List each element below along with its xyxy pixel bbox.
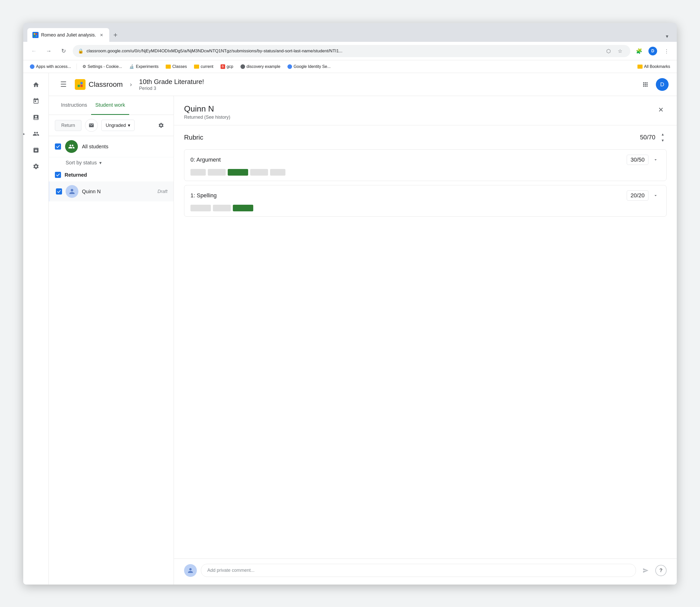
sidebar-item-assignments[interactable] <box>27 110 45 125</box>
help-button[interactable]: ? <box>655 565 666 576</box>
app-logo-icon <box>75 79 85 90</box>
bookmarks-bar: Apps with access... ⚙ Settings - Cookie.… <box>23 60 677 73</box>
criterion-argument-header: 0: Argument 30/50 <box>190 155 660 165</box>
bookmark-classes[interactable]: Classes <box>163 63 189 70</box>
close-button[interactable]: ✕ <box>655 104 666 116</box>
breadcrumb-arrow: › <box>130 81 132 88</box>
tab-favicon <box>33 32 39 38</box>
sidebar-people-wrapper: ▶ <box>23 126 48 141</box>
app-container: ▶ ☰ Classroom › 10t <box>23 73 677 585</box>
sort-row: Sort by status ▾ <box>49 157 173 168</box>
sidebar-item-home[interactable] <box>27 77 45 92</box>
all-students-checkbox[interactable] <box>55 144 61 150</box>
all-bookmarks[interactable]: All Bookmarks <box>635 63 673 70</box>
student-name: Quinn N <box>82 189 154 194</box>
grade-selector[interactable]: Ungraded ▾ <box>101 120 135 131</box>
sidebar-item-calendar[interactable] <box>27 93 45 109</box>
student-panel: Instructions Student work Return Ungrade… <box>49 96 174 585</box>
cast-icon[interactable]: ⬡ <box>603 46 614 56</box>
student-avatar <box>66 185 78 198</box>
profile-icon[interactable]: D <box>648 46 658 56</box>
score-up-button[interactable]: ▲ <box>659 131 666 137</box>
mail-icon[interactable] <box>85 119 98 132</box>
bar-s1[interactable] <box>190 205 211 211</box>
bar-5[interactable] <box>270 169 285 175</box>
criterion-spelling-score: 20/20 <box>627 190 648 201</box>
bookmark-gcp[interactable]: G gcp <box>218 63 236 70</box>
sidebar-item-settings[interactable] <box>27 159 45 174</box>
sort-arrow[interactable]: ▾ <box>99 160 102 166</box>
bookmark-apps[interactable]: Apps with access... <box>27 63 74 70</box>
tab-close-button[interactable]: ✕ <box>99 32 104 38</box>
hamburger-menu[interactable]: ☰ <box>57 78 70 91</box>
url-text: classroom.google.com/u/0/c/NjEyMDI4ODIxM… <box>86 48 600 54</box>
new-tab-button[interactable]: + <box>109 28 122 42</box>
returned-checkbox[interactable] <box>55 172 61 178</box>
bar-3[interactable] <box>228 169 248 175</box>
apps-grid-icon[interactable] <box>639 78 652 91</box>
group-icon <box>65 140 78 153</box>
section-label: Returned <box>65 172 87 178</box>
tab-student-work[interactable]: Student work <box>91 96 129 115</box>
bookmark-google-identity[interactable]: Google Identity Se... <box>285 63 333 70</box>
menu-dots-icon[interactable]: ⋮ <box>661 46 672 56</box>
svg-rect-1 <box>36 33 37 35</box>
active-tab[interactable]: Romeo and Juliet analysis. ✕ <box>27 28 109 42</box>
criterion-argument-expand[interactable] <box>651 155 660 164</box>
comment-input[interactable]: Add private comment... <box>201 564 636 577</box>
return-button[interactable]: Return <box>55 120 81 131</box>
svg-rect-5 <box>80 82 83 84</box>
rubric-score-stepper[interactable]: ▲ ▼ <box>659 131 666 143</box>
grade-label: Ungraded <box>106 123 126 128</box>
comment-section: Add private comment... ? <box>174 559 677 585</box>
criterion-argument-bars <box>190 169 660 175</box>
back-button[interactable]: ← <box>28 45 40 57</box>
tab-instructions[interactable]: Instructions <box>57 96 91 115</box>
content-area: Instructions Student work Return Ungrade… <box>49 96 677 585</box>
reload-button[interactable]: ↻ <box>58 45 69 57</box>
course-info: 10th Grade Literature! Period 3 <box>139 78 204 91</box>
bar-1[interactable] <box>190 169 206 175</box>
rubric-score: 50/70 <box>640 134 655 141</box>
criterion-spelling-name: 1: Spelling <box>190 192 627 199</box>
forward-button[interactable]: → <box>43 45 54 57</box>
criterion-argument: 0: Argument 30/50 <box>184 149 666 181</box>
svg-rect-3 <box>36 35 37 37</box>
bookmark-discovery[interactable]: discovery example <box>238 63 283 70</box>
detail-panel: Quinn N Returned (See history) ✕ Rubric … <box>174 96 677 585</box>
bookmark-experiments[interactable]: 🔬 Experiments <box>127 63 161 70</box>
student-status: Draft <box>158 189 167 194</box>
student-row[interactable]: Quinn N Draft <box>49 182 173 202</box>
svg-rect-6 <box>78 85 80 87</box>
commenter-avatar <box>184 564 197 577</box>
grade-dropdown-arrow: ▾ <box>128 123 130 128</box>
bar-4[interactable] <box>250 169 268 175</box>
bookmark-icon[interactable]: ☆ <box>615 46 625 56</box>
user-avatar[interactable]: D <box>656 78 668 91</box>
settings-icon[interactable] <box>155 119 167 132</box>
tab-menu-button[interactable]: ▾ <box>661 30 673 42</box>
url-bar[interactable]: 🔒 classroom.google.com/u/0/c/NjEyMDI4ODI… <box>73 45 630 57</box>
sidebar-item-people[interactable] <box>27 126 45 141</box>
send-button[interactable] <box>640 565 651 576</box>
bar-2[interactable] <box>208 169 226 175</box>
bar-s3[interactable] <box>233 205 253 211</box>
bar-s2[interactable] <box>213 205 231 211</box>
bookmark-current[interactable]: current <box>191 63 216 70</box>
all-students-row: All students <box>49 136 173 157</box>
extensions-icon[interactable]: 🧩 <box>634 46 644 56</box>
student-detail-name: Quinn N <box>184 104 230 113</box>
criterion-spelling: 1: Spelling 20/20 <box>184 185 666 217</box>
toolbar: Return Ungraded ▾ <box>49 115 173 136</box>
score-down-button[interactable]: ▼ <box>659 138 666 143</box>
sidebar-item-archive[interactable] <box>27 142 45 158</box>
bookmark-separator <box>77 64 77 70</box>
student-checkbox[interactable] <box>56 188 62 194</box>
detail-header: Quinn N Returned (See history) ✕ <box>174 96 677 125</box>
all-students-label: All students <box>82 144 108 150</box>
bookmark-settings[interactable]: ⚙ Settings - Cookie... <box>80 63 125 70</box>
sort-label: Sort by status <box>66 160 97 166</box>
criterion-spelling-expand[interactable] <box>651 191 660 200</box>
app-header: ☰ Classroom › 10th Grade Literature! Per… <box>49 73 677 96</box>
sidebar-expand-icon[interactable]: ▶ <box>23 132 25 136</box>
